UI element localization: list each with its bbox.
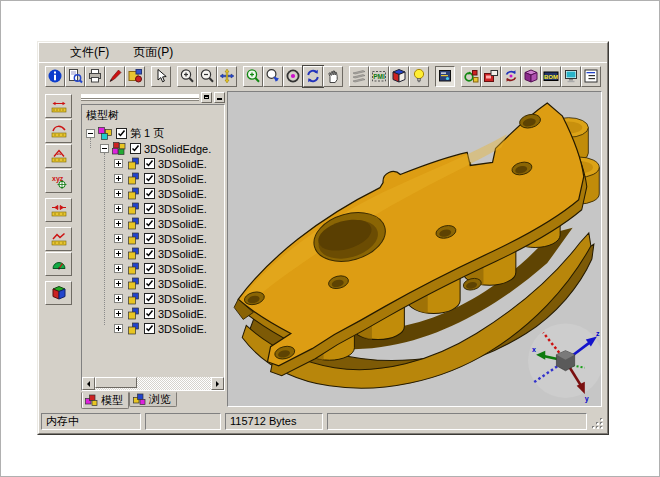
- solid-cubes-icon: [126, 247, 141, 260]
- viewport-3d[interactable]: z x y: [227, 91, 602, 407]
- move-axes-icon: [219, 68, 235, 84]
- tree-item-checkbox[interactable]: [144, 158, 155, 169]
- rotate-arrows-button[interactable]: [501, 66, 521, 87]
- menu-item-file[interactable]: 文件(F): [63, 43, 116, 62]
- tree-item-checkbox[interactable]: [144, 278, 155, 289]
- tab-model-label: 模型: [101, 393, 123, 408]
- tree-item-checkbox[interactable]: [144, 308, 155, 319]
- tree-item-page[interactable]: 第 1 页: [82, 126, 224, 141]
- measure-area-button[interactable]: [45, 252, 72, 276]
- markup-button[interactable]: [105, 66, 125, 87]
- expand-icon[interactable]: [114, 324, 123, 333]
- zoom-in-icon: [179, 68, 195, 84]
- collapse-icon[interactable]: [100, 144, 109, 153]
- tree-item-checkbox[interactable]: [144, 203, 155, 214]
- stamp-button[interactable]: [125, 66, 145, 87]
- tree-item-label: 第 1 页: [130, 126, 164, 141]
- section-lines-icon: [351, 68, 367, 84]
- measure-volume-button[interactable]: [45, 281, 72, 305]
- measure-distance-button[interactable]: [45, 94, 72, 118]
- expand-icon[interactable]: [114, 159, 123, 168]
- rotate-target-button[interactable]: [283, 66, 303, 87]
- zoom-dynamic-button[interactable]: [263, 66, 283, 87]
- expand-icon[interactable]: [114, 204, 123, 213]
- tree-item-checkbox[interactable]: [144, 233, 155, 244]
- select-button[interactable]: [151, 66, 171, 87]
- tree-item-label: 3DSolidE.: [158, 203, 207, 215]
- resize-grip[interactable]: [591, 417, 604, 430]
- pan-hand-button[interactable]: [323, 66, 343, 87]
- measure-angle-button[interactable]: [45, 144, 72, 168]
- bom-button[interactable]: BOM: [541, 66, 561, 87]
- expand-icon[interactable]: [114, 189, 123, 198]
- tree-item-checkbox[interactable]: [144, 188, 155, 199]
- scroll-left-button[interactable]: [82, 377, 95, 390]
- report-button[interactable]: [561, 66, 581, 87]
- tab-browse[interactable]: 浏览: [129, 392, 177, 407]
- zoom-in-button[interactable]: [177, 66, 197, 87]
- menu-item-page[interactable]: 页面(P): [126, 43, 180, 62]
- status-field-memory: 内存中: [41, 413, 141, 430]
- scroll-right-button[interactable]: [211, 377, 224, 390]
- expand-icon[interactable]: [114, 249, 123, 258]
- measure-distance-icon: [51, 98, 67, 114]
- expand-icon[interactable]: [114, 309, 123, 318]
- scrollbar-track[interactable]: [95, 377, 211, 390]
- measure-curve-icon: [51, 123, 67, 139]
- zoom-window-button[interactable]: [243, 66, 263, 87]
- solid-cubes-icon: [126, 172, 141, 185]
- measure-coordinate-icon: xyz: [51, 173, 67, 189]
- gizmo-label-y: y: [585, 395, 589, 403]
- tree-horizontal-scrollbar[interactable]: [82, 377, 224, 390]
- structure-button[interactable]: [581, 66, 601, 87]
- solid-cubes-icon: [126, 307, 141, 320]
- print-button[interactable]: [85, 66, 105, 87]
- solid-cubes-icon: [126, 232, 141, 245]
- solids-button[interactable]: [521, 66, 541, 87]
- tree-item-checkbox[interactable]: [144, 263, 155, 274]
- tree-item-checkbox[interactable]: [144, 248, 155, 259]
- measure-between-button[interactable]: [45, 198, 72, 222]
- view-mode-button[interactable]: [389, 66, 409, 87]
- status-bar: 内存中 115712 Bytes: [39, 410, 607, 433]
- tree-item-checkbox[interactable]: [144, 293, 155, 304]
- expand-icon[interactable]: [114, 294, 123, 303]
- screenshot-canvas: 文件(F) 页面(P): [0, 0, 660, 477]
- snapshot-button[interactable]: [481, 66, 501, 87]
- zoom-out-button[interactable]: [197, 66, 217, 87]
- expand-icon[interactable]: [114, 234, 123, 243]
- monitor-icon: [563, 68, 579, 84]
- expand-icon[interactable]: [114, 219, 123, 228]
- collapse-icon[interactable]: [86, 129, 95, 138]
- light-button[interactable]: [409, 66, 429, 87]
- tree-item-checkbox[interactable]: [144, 173, 155, 184]
- section-lines-button[interactable]: [349, 66, 369, 87]
- expand-icon[interactable]: [114, 174, 123, 183]
- tab-model[interactable]: 模型: [81, 392, 129, 409]
- update-button[interactable]: [461, 66, 481, 87]
- scrollbar-thumb[interactable]: [95, 377, 137, 388]
- tree-item-checkbox[interactable]: [144, 323, 155, 334]
- measure-polyline-button[interactable]: [45, 227, 72, 251]
- tree-item-checkbox[interactable]: [144, 218, 155, 229]
- whiteboard-button[interactable]: [435, 66, 455, 87]
- pan-axes-button[interactable]: [217, 66, 237, 87]
- tree-item-label: 3DSolidE.: [158, 233, 207, 245]
- info-button[interactable]: [45, 66, 65, 87]
- panel-dock-header[interactable]: [79, 91, 227, 103]
- measure-coordinate-button[interactable]: xyz: [45, 169, 72, 193]
- expand-icon[interactable]: [114, 279, 123, 288]
- pmi-button[interactable]: PMI: [369, 66, 389, 87]
- spin-button[interactable]: [303, 66, 323, 87]
- rotate-target-icon: [285, 68, 301, 84]
- arrow-right-icon: [216, 381, 222, 387]
- panel-maximize-button[interactable]: [201, 92, 212, 103]
- tree-item-checkbox[interactable]: [130, 143, 141, 154]
- expand-icon[interactable]: [114, 264, 123, 273]
- panel-hide-button[interactable]: [214, 92, 225, 103]
- dock-gripper[interactable]: [81, 94, 199, 101]
- measure-curve-button[interactable]: [45, 119, 72, 143]
- app-window-inner: 文件(F) 页面(P): [38, 42, 608, 434]
- print-preview-button[interactable]: [65, 66, 85, 87]
- tree-item-checkbox[interactable]: [116, 128, 127, 139]
